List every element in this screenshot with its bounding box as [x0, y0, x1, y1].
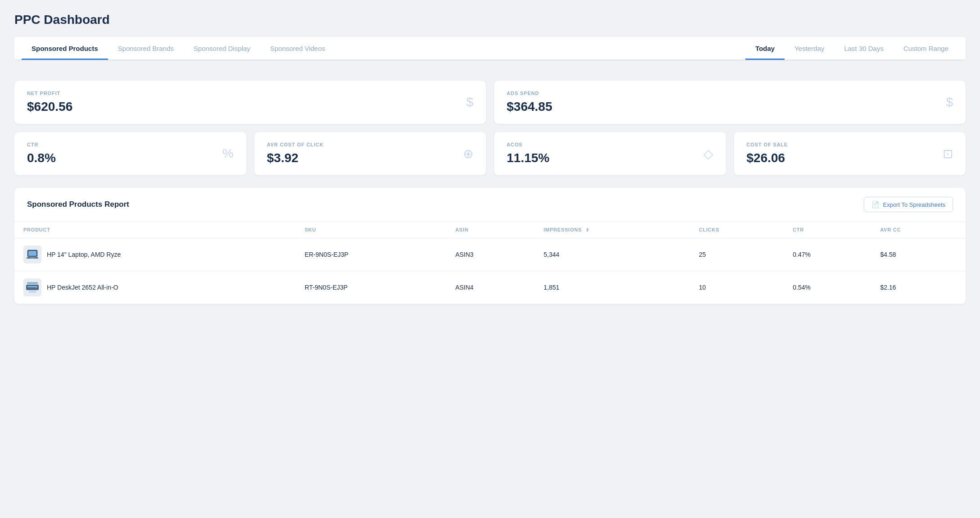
dollar-icon-ads-spend: $	[946, 95, 953, 109]
metric-card-avr-cost: AVR COST OF CLICK $3.92 ⊕	[254, 132, 486, 175]
metric-card-acos: ACOS 11.15% ◇	[494, 132, 726, 175]
metric-info-net-profit: NET PROFIT $620.56	[27, 91, 73, 114]
svg-rect-1	[28, 251, 36, 256]
svg-rect-4	[27, 282, 38, 284]
table-header: PRODUCT SKU ASIN IMPRESSIONS ⇕ CLICKS CT…	[14, 222, 966, 238]
metric-card-cost-of-sale: COST OF SALE $26.06 ⊡	[734, 132, 966, 175]
avr-cost-label: AVR COST OF CLICK	[267, 142, 324, 147]
cell-impressions-1: 5,344	[535, 238, 690, 271]
time-tabs-group: Today Yesterday Last 30 Days Custom Rang…	[745, 37, 958, 59]
report-section: Sponsored Products Report 📄 Export To Sp…	[14, 188, 966, 304]
table-header-row: PRODUCT SKU ASIN IMPRESSIONS ⇕ CLICKS CT…	[14, 222, 966, 238]
cell-sku-1: ER-9N0S-EJ3P	[295, 238, 446, 271]
col-product: PRODUCT	[14, 222, 295, 238]
cell-clicks-1: 25	[690, 238, 784, 271]
svg-rect-7	[29, 291, 36, 293]
tabs-wrapper: Sponsored Products Sponsored Brands Spon…	[14, 37, 966, 60]
avr-cost-value: $3.92	[267, 151, 324, 165]
col-clicks: CLICKS	[690, 222, 784, 238]
net-profit-label: NET PROFIT	[27, 91, 73, 96]
table-body: HP 14" Laptop, AMD Ryze ER-9N0S-EJ3P ASI…	[14, 238, 966, 304]
export-label: Export To Spreadsheets	[883, 201, 945, 208]
metrics-row-bottom: CTR 0.8% % AVR COST OF CLICK $3.92 ⊕ ACO…	[14, 132, 966, 175]
acos-value: 11.15%	[507, 151, 549, 165]
table-row: HP 14" Laptop, AMD Ryze ER-9N0S-EJ3P ASI…	[14, 238, 966, 271]
ads-spend-label: ADS SPEND	[507, 91, 552, 96]
col-sku: SKU	[295, 222, 446, 238]
cell-avr-cc-2: $2.16	[871, 271, 966, 304]
product-name-2: HP DeskJet 2652 All-in-O	[47, 284, 118, 291]
net-profit-value: $620.56	[27, 100, 73, 114]
percent-icon: %	[222, 146, 234, 161]
tab-sponsored-display[interactable]: Sponsored Display	[184, 37, 260, 60]
tab-yesterday[interactable]: Yesterday	[785, 37, 834, 60]
cell-product-1: HP 14" Laptop, AMD Ryze	[14, 238, 295, 271]
product-name-1: HP 14" Laptop, AMD Ryze	[47, 251, 121, 258]
col-avr-cc: AVR CC	[871, 222, 966, 238]
bag-icon: ⊡	[943, 146, 953, 161]
crosshair-icon: ⊕	[463, 146, 473, 161]
svg-point-8	[36, 286, 37, 288]
cell-asin-2: ASIN4	[446, 271, 535, 304]
tab-sponsored-brands[interactable]: Sponsored Brands	[108, 37, 184, 60]
metric-info-acos: ACOS 11.15%	[507, 142, 549, 165]
cell-ctr-1: 0.47%	[784, 238, 871, 271]
col-asin: ASIN	[446, 222, 535, 238]
product-cell-2: HP DeskJet 2652 All-in-O	[23, 278, 286, 296]
col-impressions[interactable]: IMPRESSIONS ⇕	[535, 222, 690, 238]
tab-sponsored-videos[interactable]: Sponsored Videos	[260, 37, 335, 60]
col-ctr: CTR	[784, 222, 871, 238]
tab-today[interactable]: Today	[745, 37, 785, 60]
cell-ctr-2: 0.54%	[784, 271, 871, 304]
metric-info-ctr: CTR 0.8%	[27, 142, 56, 165]
cell-impressions-2: 1,851	[535, 271, 690, 304]
report-title: Sponsored Products Report	[27, 200, 129, 209]
page-wrapper: PPC Dashboard Sponsored Products Sponsor…	[0, 0, 980, 518]
cost-of-sale-value: $26.06	[747, 151, 788, 165]
acos-label: ACOS	[507, 142, 549, 147]
export-button[interactable]: 📄 Export To Spreadsheets	[864, 197, 953, 212]
cell-avr-cc-1: $4.58	[871, 238, 966, 271]
product-thumb-1	[23, 245, 41, 264]
table-row: HP DeskJet 2652 All-in-O RT-9N0S-EJ3P AS…	[14, 271, 966, 304]
cell-sku-2: RT-9N0S-EJ3P	[295, 271, 446, 304]
cost-of-sale-label: COST OF SALE	[747, 142, 788, 147]
product-cell-1: HP 14" Laptop, AMD Ryze	[23, 245, 286, 264]
export-icon: 📄	[871, 201, 879, 208]
tag-icon: ◇	[703, 146, 713, 161]
tabs-bar: Sponsored Products Sponsored Brands Spon…	[14, 37, 966, 60]
svg-rect-3	[31, 258, 34, 258]
page-title: PPC Dashboard	[14, 13, 966, 27]
metrics-row-top: NET PROFIT $620.56 $ ADS SPEND $364.85 $	[14, 81, 966, 124]
metric-info-cost-of-sale: COST OF SALE $26.06	[747, 142, 788, 165]
cell-product-2: HP DeskJet 2652 All-in-O	[14, 271, 295, 304]
report-header: Sponsored Products Report 📄 Export To Sp…	[14, 188, 966, 222]
product-tabs-group: Sponsored Products Sponsored Brands Spon…	[22, 37, 745, 59]
metrics-section: NET PROFIT $620.56 $ ADS SPEND $364.85 $…	[14, 81, 966, 175]
cell-clicks-2: 10	[690, 271, 784, 304]
metric-card-ctr: CTR 0.8% %	[14, 132, 246, 175]
tab-last30[interactable]: Last 30 Days	[834, 37, 894, 60]
metric-info-ads-spend: ADS SPEND $364.85	[507, 91, 552, 114]
metric-card-ads-spend: ADS SPEND $364.85 $	[494, 81, 966, 124]
sort-icon-impressions: ⇕	[585, 227, 590, 232]
ctr-value: 0.8%	[27, 151, 56, 165]
ads-spend-value: $364.85	[507, 100, 552, 114]
metric-info-avr-cost: AVR COST OF CLICK $3.92	[267, 142, 324, 165]
product-thumb-2	[23, 278, 41, 296]
tab-custom[interactable]: Custom Range	[894, 37, 958, 60]
tab-sponsored-products[interactable]: Sponsored Products	[22, 37, 108, 60]
cell-asin-1: ASIN3	[446, 238, 535, 271]
metric-card-net-profit: NET PROFIT $620.56 $	[14, 81, 486, 124]
report-table: PRODUCT SKU ASIN IMPRESSIONS ⇕ CLICKS CT…	[14, 222, 966, 304]
dollar-icon-net-profit: $	[466, 95, 473, 109]
ctr-label: CTR	[27, 142, 56, 147]
